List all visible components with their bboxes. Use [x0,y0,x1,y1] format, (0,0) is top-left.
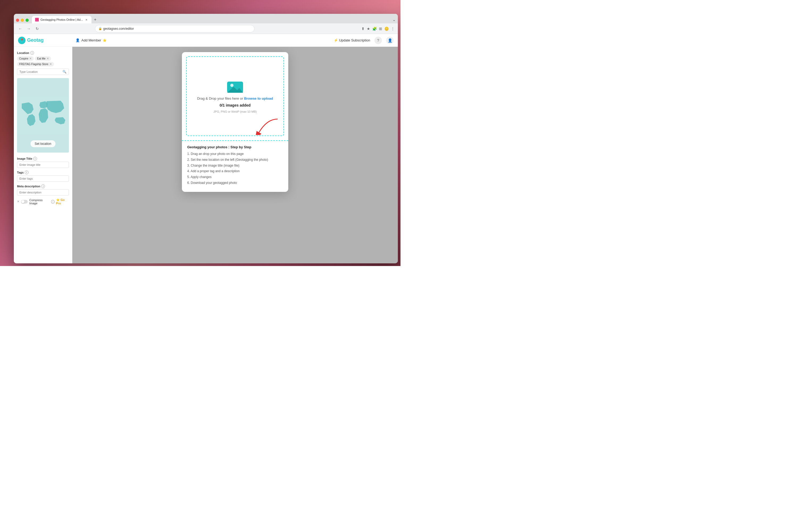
active-tab[interactable]: 📍 Geotagging Photos Online | Ad... ✕ [32,16,91,23]
upload-image-icon [227,79,243,93]
file-hint: JPG, PNG or WebP (max 10 MB) [214,110,257,113]
map-area[interactable]: Set location [17,78,69,153]
tab-title: Geotagging Photos Online | Ad... [40,18,83,21]
location-tag-freitag-text: FREITAG Flagship Store [19,63,49,65]
steps-list: 1. Drag an drop your photo on this page … [187,152,283,185]
image-title-label: Image Title i [17,157,69,160]
meta-description-label: Meta description i [17,185,69,188]
go-pro-button[interactable]: ⭐ Go Pro [56,198,69,205]
user-button[interactable]: 👤 [386,37,394,44]
compress-info-icon[interactable]: i [51,200,55,204]
help-button[interactable]: ? [375,37,382,44]
star-icon: ⭐ [103,39,107,42]
upload-icon-container [227,79,243,94]
upload-icon[interactable]: ⬆ [361,26,365,31]
remove-cospire-button[interactable]: ✕ [29,57,32,60]
image-title-label-text: Image Title [17,157,32,160]
tags-info-icon[interactable]: i [25,171,29,174]
main-content: Drag & Drop your files here or Browse to… [72,47,398,263]
back-button[interactable]: ← [17,25,23,32]
steps-section: Geotagging your photos : Step by Step 1.… [182,140,288,192]
location-tag-eatme-text: Eat Me [37,57,45,60]
go-pro-star-icon: ⭐ [56,198,60,202]
toggle-knob [21,200,24,203]
image-title-input[interactable] [17,162,69,168]
compress-label: Compress Image [29,198,50,205]
sidebar-icon[interactable]: ⊞ [379,26,382,31]
close-window-button[interactable] [16,19,19,22]
fullscreen-window-button[interactable] [25,19,29,22]
location-search-box[interactable]: 🔍 [17,69,69,75]
browser-action-icons: ⬆ ★ 🧩 ⊞ 🪙 ⋮ [361,26,395,31]
step-3: 3. Change the image title (image file) [187,164,283,168]
tags-label-text: Tags [17,171,24,174]
url-text: geotagseo.com/editor [103,27,134,31]
meta-description-info-icon[interactable]: i [41,185,45,188]
steps-title: Geotagging your photos : Step by Step [187,145,283,149]
location-tag-freitag: FREITAG Flagship Store ✕ [17,62,54,66]
images-count: 0/1 images added [220,103,251,107]
location-tag-cospire-text: Cospire [19,57,28,60]
tab-bar: 📍 Geotagging Photos Online | Ad... ✕ + ⌄ [14,14,398,23]
meta-description-input[interactable] [17,189,69,195]
image-title-info-icon[interactable]: i [33,157,37,160]
compress-toggle[interactable] [21,200,28,204]
drop-text: Drag & Drop your files here or Browse to… [197,96,273,100]
location-search-input[interactable] [19,70,61,73]
add-member-label: Add Member [81,38,101,42]
profile-icon[interactable]: 🪙 [384,26,389,31]
drag-drop-text: Drag & Drop your files here or [197,96,243,100]
browser-window: 📍 Geotagging Photos Online | Ad... ✕ + ⌄… [14,14,398,263]
step-6: 6. Download your geotagged photo [187,181,283,185]
location-tags-container: Cospire ✕ Eat Me ✕ FREITAG Flagship Stor… [17,56,69,66]
forward-button[interactable]: → [25,25,32,32]
set-location-label: Set location [35,142,51,146]
logo: 📍 Geotag [18,37,43,44]
lightning-icon: ⚡ [334,38,338,42]
url-bar[interactable]: 🔒 geotagseo.com/editor [95,25,255,33]
tab-close-button[interactable]: ✕ [85,18,88,21]
sidebar: Location i Cospire ✕ Eat Me ✕ FREITAG Fl… [14,47,72,263]
compress-row: ✕ Compress Image i ⭐ Go Pro [17,198,69,205]
bookmark-icon[interactable]: ★ [367,26,370,31]
svg-point-2 [230,84,234,87]
tags-label: Tags i [17,171,69,174]
tags-section: Tags i [17,171,69,182]
meta-description-label-text: Meta description [17,185,40,188]
new-tab-button[interactable]: + [92,17,98,23]
step-2: 2. Set the new location on the left (Geo… [187,157,283,162]
address-bar: ← → ↻ 🔒 geotagseo.com/editor ⬆ ★ 🧩 ⊞ 🪙 ⋮ [14,23,398,34]
logo-icon: 📍 [18,37,25,44]
search-icon: 🔍 [62,70,67,74]
meta-description-section: Meta description i [17,185,69,195]
minimize-window-button[interactable] [21,19,24,22]
app-layout: 📍 Geotag 👤 Add Member ⭐ ⚡ Update Subscri… [14,34,398,263]
location-label-text: Location [17,51,29,55]
set-location-button[interactable]: Set location [30,140,56,147]
tab-expand-button[interactable]: ⌄ [393,18,396,23]
step-1: 1. Drag an drop your photo on this page [187,152,283,156]
remove-freitag-button[interactable]: ✕ [50,62,52,66]
location-section-label: Location i [17,51,69,55]
step-4: 4. Add a proper tag and a description [187,169,283,173]
upload-modal: Drag & Drop your files here or Browse to… [182,52,288,192]
step-5: 5. Apply changes [187,175,283,179]
tab-favicon-icon: 📍 [35,18,39,21]
menu-icon[interactable]: ⋮ [391,26,395,31]
window-controls [16,19,29,23]
location-tag-eatme: Eat Me ✕ [35,56,51,61]
header-right: ⚡ Update Subscription ? 👤 [334,37,394,44]
add-member-button[interactable]: 👤 Add Member ⭐ [75,38,107,42]
person-add-icon: 👤 [75,38,80,42]
remove-eatme-button[interactable]: ✕ [47,57,49,60]
update-subscription-label: Update Subscription [339,38,370,42]
tags-input[interactable] [17,175,69,182]
red-arrow-indicator [254,116,280,135]
app-header: 📍 Geotag 👤 Add Member ⭐ ⚡ Update Subscri… [14,34,398,47]
browse-link[interactable]: Browse to upload [244,96,273,100]
extensions-icon[interactable]: 🧩 [372,26,377,31]
update-subscription-button[interactable]: ⚡ Update Subscription [334,38,370,42]
location-info-icon[interactable]: i [30,51,34,55]
refresh-button[interactable]: ↻ [34,25,40,32]
image-title-section: Image Title i [17,157,69,168]
